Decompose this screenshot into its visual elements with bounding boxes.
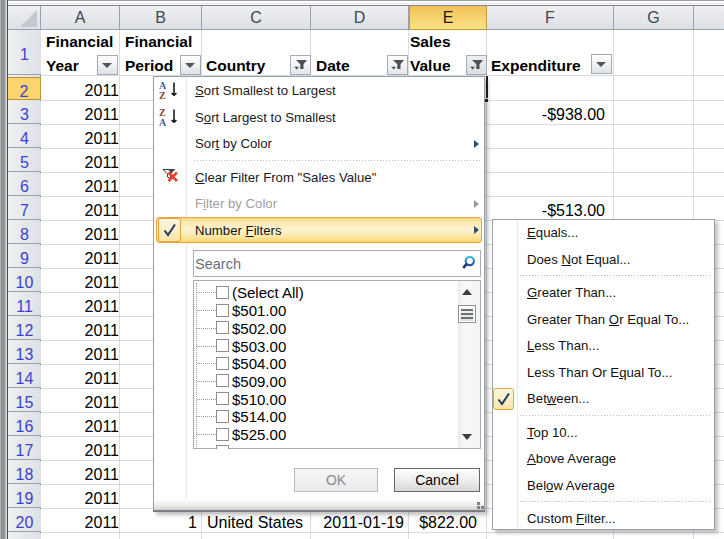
svg-text:Z: Z	[159, 90, 166, 100]
svg-text:A: A	[159, 117, 167, 127]
